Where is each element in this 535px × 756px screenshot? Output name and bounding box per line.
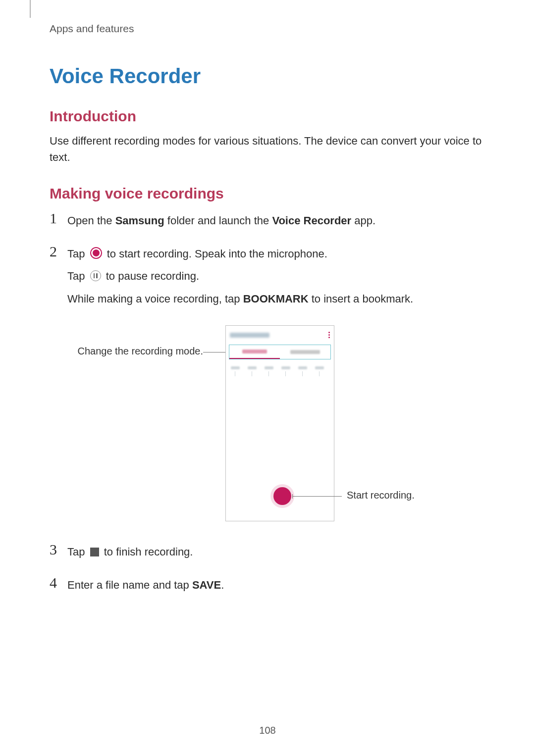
step-2: 2 Tap to start recording. Speak into the… xyxy=(50,245,485,312)
step-1-text: Open the Samsung folder and launch the V… xyxy=(67,212,485,229)
pause-icon xyxy=(90,270,101,281)
step-2-line-2: Tap to pause recording. xyxy=(67,267,485,285)
record-icon xyxy=(90,247,102,259)
mode-tabs xyxy=(229,345,331,359)
step-4: 4 Enter a file name and tap SAVE. xyxy=(50,576,485,599)
step-number: 3 xyxy=(50,542,67,557)
crop-mark xyxy=(30,0,31,18)
stop-icon xyxy=(90,548,99,556)
section-label: Apps and features xyxy=(50,23,485,35)
step-number: 2 xyxy=(50,244,67,259)
intro-heading: Introduction xyxy=(50,108,485,125)
phone-mockup xyxy=(225,325,334,521)
record-button xyxy=(273,487,291,505)
step-3: 3 Tap to finish recording. xyxy=(50,543,485,565)
step-2-line-3: While making a voice recording, tap BOOK… xyxy=(67,290,485,307)
step-3-text: Tap to finish recording. xyxy=(67,543,485,560)
time-ruler xyxy=(229,364,331,382)
intro-body: Use different recording modes for variou… xyxy=(50,133,485,165)
callout-start-recording: Start recording. xyxy=(347,490,415,501)
page-title: Voice Recorder xyxy=(50,64,485,88)
app-title-blurred xyxy=(230,333,269,338)
step-1: 1 Open the Samsung folder and launch the… xyxy=(50,212,485,234)
tab-inactive xyxy=(280,345,330,359)
step-4-text: Enter a file name and tap SAVE. xyxy=(67,576,485,594)
step-2-line-1: Tap to start recording. Speak into the m… xyxy=(67,245,485,262)
callout-line xyxy=(203,352,225,353)
more-options-icon xyxy=(328,332,330,338)
callout-change-mode: Change the recording mode. xyxy=(59,346,203,357)
tab-active xyxy=(229,345,280,359)
making-heading: Making voice recordings xyxy=(50,185,485,202)
step-number: 4 xyxy=(50,575,67,590)
callout-line xyxy=(292,496,342,497)
voice-recorder-figure: Change the recording mode. xyxy=(50,325,485,533)
page-number: 108 xyxy=(0,725,535,736)
step-number: 1 xyxy=(50,211,67,226)
